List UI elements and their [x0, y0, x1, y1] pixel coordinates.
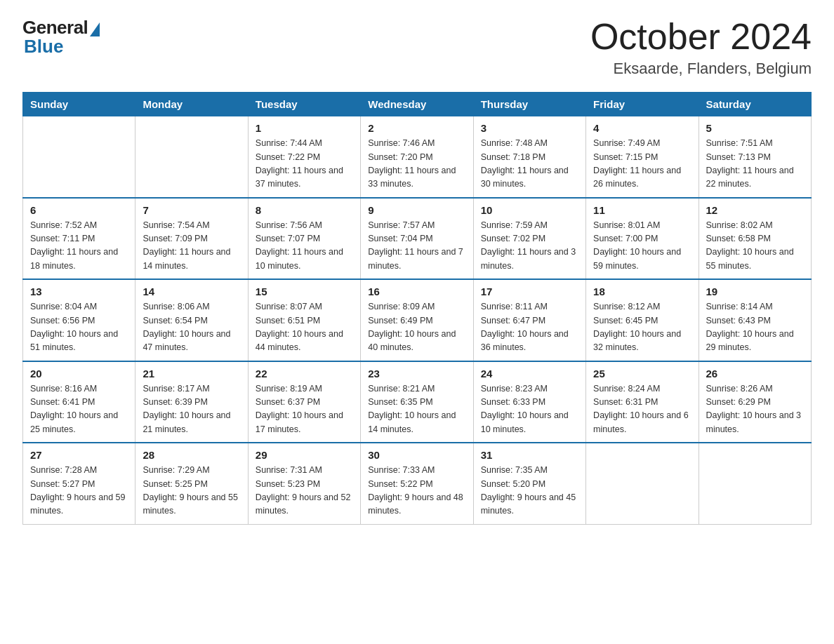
day-info: Sunrise: 7:35 AM Sunset: 5:20 PM Dayligh…: [481, 464, 578, 518]
calendar-cell: 12Sunrise: 8:02 AM Sunset: 6:58 PM Dayli…: [699, 198, 811, 280]
day-info: Sunrise: 8:06 AM Sunset: 6:54 PM Dayligh…: [143, 300, 240, 355]
day-number: 26: [706, 368, 804, 380]
day-number: 4: [593, 122, 691, 134]
calendar-cell: 5Sunrise: 7:51 AM Sunset: 7:13 PM Daylig…: [699, 116, 811, 198]
calendar-cell: 14Sunrise: 8:06 AM Sunset: 6:54 PM Dayli…: [135, 279, 248, 361]
day-info: Sunrise: 8:02 AM Sunset: 6:58 PM Dayligh…: [706, 219, 804, 274]
day-number: 7: [143, 204, 240, 216]
day-number: 25: [593, 368, 691, 380]
day-info: Sunrise: 7:28 AM Sunset: 5:27 PM Dayligh…: [30, 464, 128, 518]
day-info: Sunrise: 8:17 AM Sunset: 6:39 PM Dayligh…: [143, 382, 240, 437]
calendar-cell: 25Sunrise: 8:24 AM Sunset: 6:31 PM Dayli…: [586, 361, 699, 443]
day-info: Sunrise: 8:23 AM Sunset: 6:33 PM Dayligh…: [481, 382, 578, 437]
calendar-cell: 30Sunrise: 7:33 AM Sunset: 5:22 PM Dayli…: [361, 443, 473, 524]
calendar-cell: 21Sunrise: 8:17 AM Sunset: 6:39 PM Dayli…: [135, 361, 248, 443]
day-info: Sunrise: 8:16 AM Sunset: 6:41 PM Dayligh…: [30, 382, 128, 437]
calendar-body: 1Sunrise: 7:44 AM Sunset: 7:22 PM Daylig…: [23, 116, 812, 525]
day-info: Sunrise: 8:26 AM Sunset: 6:29 PM Dayligh…: [706, 382, 804, 437]
calendar-cell: 2Sunrise: 7:46 AM Sunset: 7:20 PM Daylig…: [361, 116, 473, 198]
day-info: Sunrise: 7:59 AM Sunset: 7:02 PM Dayligh…: [481, 219, 578, 274]
calendar-cell: 16Sunrise: 8:09 AM Sunset: 6:49 PM Dayli…: [361, 279, 473, 361]
page-header: General Blue October 2024 Eksaarde, Flan…: [22, 17, 812, 78]
logo-blue-text: Blue: [24, 36, 63, 58]
week-row-1: 1Sunrise: 7:44 AM Sunset: 7:22 PM Daylig…: [23, 116, 812, 198]
calendar-cell: [135, 116, 248, 198]
day-info: Sunrise: 8:12 AM Sunset: 6:45 PM Dayligh…: [593, 300, 691, 355]
calendar-cell: 26Sunrise: 8:26 AM Sunset: 6:29 PM Dayli…: [699, 361, 811, 443]
day-number: 24: [481, 368, 578, 380]
day-number: 28: [143, 449, 240, 461]
day-info: Sunrise: 8:21 AM Sunset: 6:35 PM Dayligh…: [368, 382, 465, 437]
calendar-cell: 15Sunrise: 8:07 AM Sunset: 6:51 PM Dayli…: [248, 279, 360, 361]
day-number: 5: [706, 122, 804, 134]
calendar-cell: [699, 443, 811, 524]
day-number: 14: [143, 286, 240, 297]
calendar-cell: 20Sunrise: 8:16 AM Sunset: 6:41 PM Dayli…: [23, 361, 135, 443]
day-number: 8: [256, 204, 353, 216]
calendar-cell: 31Sunrise: 7:35 AM Sunset: 5:20 PM Dayli…: [473, 443, 585, 524]
weekday-header-tuesday: Tuesday: [248, 93, 360, 116]
week-row-4: 20Sunrise: 8:16 AM Sunset: 6:41 PM Dayli…: [23, 361, 812, 443]
weekday-header-monday: Monday: [135, 93, 248, 116]
day-number: 29: [256, 449, 353, 461]
weekday-header-friday: Friday: [586, 93, 699, 116]
location-title: Eksaarde, Flanders, Belgium: [590, 60, 812, 78]
day-info: Sunrise: 7:52 AM Sunset: 7:11 PM Dayligh…: [30, 219, 128, 274]
day-number: 22: [256, 368, 353, 380]
day-number: 6: [30, 204, 128, 216]
day-info: Sunrise: 7:54 AM Sunset: 7:09 PM Dayligh…: [143, 219, 240, 274]
calendar-cell: 27Sunrise: 7:28 AM Sunset: 5:27 PM Dayli…: [23, 443, 135, 524]
day-info: Sunrise: 8:14 AM Sunset: 6:43 PM Dayligh…: [706, 300, 804, 355]
day-info: Sunrise: 7:51 AM Sunset: 7:13 PM Dayligh…: [706, 137, 804, 192]
day-number: 27: [30, 449, 128, 461]
logo-triangle-icon: [90, 22, 100, 36]
day-info: Sunrise: 7:57 AM Sunset: 7:04 PM Dayligh…: [368, 219, 465, 274]
day-number: 17: [481, 286, 578, 297]
calendar-table: SundayMondayTuesdayWednesdayThursdayFrid…: [22, 92, 812, 525]
day-info: Sunrise: 8:19 AM Sunset: 6:37 PM Dayligh…: [256, 382, 353, 437]
day-info: Sunrise: 7:31 AM Sunset: 5:23 PM Dayligh…: [256, 464, 353, 518]
calendar-cell: 13Sunrise: 8:04 AM Sunset: 6:56 PM Dayli…: [23, 279, 135, 361]
calendar-cell: 9Sunrise: 7:57 AM Sunset: 7:04 PM Daylig…: [361, 198, 473, 280]
calendar-cell: 17Sunrise: 8:11 AM Sunset: 6:47 PM Dayli…: [473, 279, 585, 361]
calendar-header: SundayMondayTuesdayWednesdayThursdayFrid…: [23, 93, 812, 116]
calendar-cell: 19Sunrise: 8:14 AM Sunset: 6:43 PM Dayli…: [699, 279, 811, 361]
day-info: Sunrise: 7:29 AM Sunset: 5:25 PM Dayligh…: [143, 464, 240, 518]
calendar-cell: 3Sunrise: 7:48 AM Sunset: 7:18 PM Daylig…: [473, 116, 585, 198]
week-row-2: 6Sunrise: 7:52 AM Sunset: 7:11 PM Daylig…: [23, 198, 812, 280]
day-number: 16: [368, 286, 465, 297]
calendar-cell: 1Sunrise: 7:44 AM Sunset: 7:22 PM Daylig…: [248, 116, 360, 198]
day-number: 9: [368, 204, 465, 216]
day-number: 13: [30, 286, 128, 297]
calendar-cell: 24Sunrise: 8:23 AM Sunset: 6:33 PM Dayli…: [473, 361, 585, 443]
calendar-cell: 11Sunrise: 8:01 AM Sunset: 7:00 PM Dayli…: [586, 198, 699, 280]
day-number: 19: [706, 286, 804, 297]
calendar-cell: 29Sunrise: 7:31 AM Sunset: 5:23 PM Dayli…: [248, 443, 360, 524]
week-row-5: 27Sunrise: 7:28 AM Sunset: 5:27 PM Dayli…: [23, 443, 812, 524]
day-number: 10: [481, 204, 578, 216]
calendar-cell: 23Sunrise: 8:21 AM Sunset: 6:35 PM Dayli…: [361, 361, 473, 443]
weekday-header-sunday: Sunday: [23, 93, 135, 116]
title-area: October 2024 Eksaarde, Flanders, Belgium: [590, 17, 812, 78]
weekday-header-wednesday: Wednesday: [361, 93, 473, 116]
logo: General Blue: [22, 17, 100, 58]
day-info: Sunrise: 8:07 AM Sunset: 6:51 PM Dayligh…: [256, 300, 353, 355]
day-info: Sunrise: 7:48 AM Sunset: 7:18 PM Dayligh…: [481, 137, 578, 192]
week-row-3: 13Sunrise: 8:04 AM Sunset: 6:56 PM Dayli…: [23, 279, 812, 361]
day-number: 15: [256, 286, 353, 297]
day-number: 21: [143, 368, 240, 380]
day-number: 2: [368, 122, 465, 134]
calendar-cell: 7Sunrise: 7:54 AM Sunset: 7:09 PM Daylig…: [135, 198, 248, 280]
day-number: 23: [368, 368, 465, 380]
calendar-cell: 28Sunrise: 7:29 AM Sunset: 5:25 PM Dayli…: [135, 443, 248, 524]
day-number: 18: [593, 286, 691, 297]
calendar-cell: 22Sunrise: 8:19 AM Sunset: 6:37 PM Dayli…: [248, 361, 360, 443]
month-title: October 2024: [590, 17, 812, 57]
day-info: Sunrise: 8:04 AM Sunset: 6:56 PM Dayligh…: [30, 300, 128, 355]
weekday-header-thursday: Thursday: [473, 93, 585, 116]
calendar-cell: 8Sunrise: 7:56 AM Sunset: 7:07 PM Daylig…: [248, 198, 360, 280]
weekday-header-row: SundayMondayTuesdayWednesdayThursdayFrid…: [23, 93, 812, 116]
calendar-cell: [586, 443, 699, 524]
calendar-cell: 18Sunrise: 8:12 AM Sunset: 6:45 PM Dayli…: [586, 279, 699, 361]
day-number: 31: [481, 449, 578, 461]
